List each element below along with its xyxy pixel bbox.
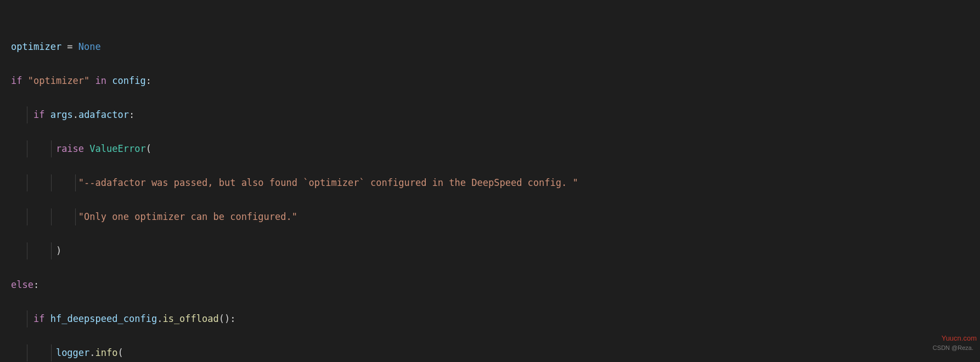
token-var: logger xyxy=(56,347,89,358)
token-string: "optimizer" xyxy=(28,75,90,86)
token-string: "--adafactor was passed, but also found … xyxy=(78,177,578,188)
code-line: if "optimizer" in config: xyxy=(11,72,980,89)
token-var: optimizer xyxy=(11,41,61,52)
token-keyword: else xyxy=(11,279,33,290)
token-punc: : xyxy=(146,75,151,86)
token-var: args xyxy=(50,109,73,120)
code-line: logger.info( xyxy=(11,344,980,361)
code-line: optimizer = None xyxy=(11,38,980,55)
code-line: if hf_deepspeed_config.is_offload(): xyxy=(11,310,980,327)
token-attr: adafactor xyxy=(78,109,129,120)
token-class: ValueError xyxy=(89,143,145,154)
token-keyword: if xyxy=(33,109,44,120)
token-keyword: if xyxy=(11,75,22,86)
token-const: None xyxy=(78,41,101,52)
token-keyword: if xyxy=(33,313,44,324)
token-op: = xyxy=(61,41,78,52)
token-function: is_offload xyxy=(162,313,218,324)
token-function: info xyxy=(95,347,118,358)
code-line: "Only one optimizer can be configured." xyxy=(11,208,980,225)
code-line: else: xyxy=(11,276,980,293)
code-line: "--adafactor was passed, but also found … xyxy=(11,174,980,191)
code-line: ) xyxy=(11,242,980,259)
token-punc: ) xyxy=(56,245,61,256)
token-var: config xyxy=(112,75,145,86)
code-line: if args.adafactor: xyxy=(11,106,980,123)
code-line: raise ValueError( xyxy=(11,140,980,157)
watermark-text: CSDN @Reza. xyxy=(933,340,973,357)
token-var: hf_deepspeed_config xyxy=(50,313,157,324)
token-keyword: raise xyxy=(56,143,84,154)
code-editor[interactable]: optimizer = None if "optimizer" in confi… xyxy=(0,0,980,362)
token-string: "Only one optimizer can be configured." xyxy=(78,211,297,222)
token-keyword: in xyxy=(95,75,106,86)
